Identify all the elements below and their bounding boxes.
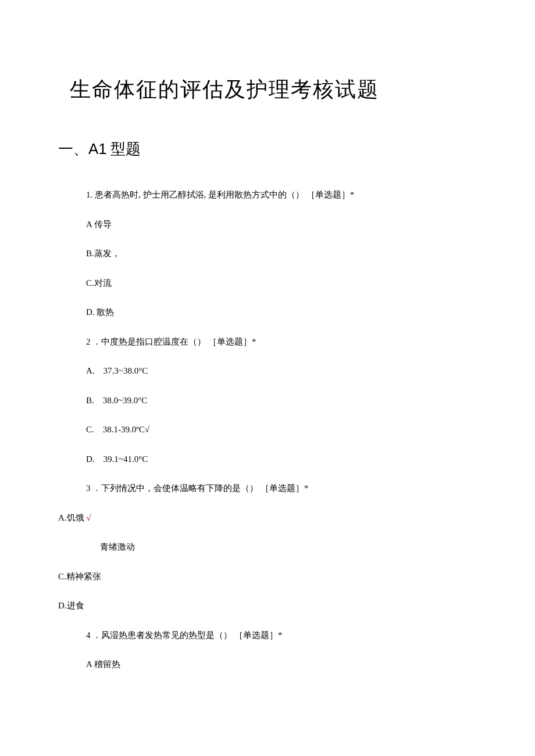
question-3: 3 ．下列情况中，会使体温略有下降的是（） ［单选题］*	[86, 482, 477, 495]
q3-option-a: A.饥饿 √	[58, 511, 477, 525]
q4-option-a: A 稽留热	[86, 658, 477, 671]
q2-option-d: D. 39.1~41.0°C	[86, 453, 477, 466]
q1-option-d: D. 散热	[86, 306, 477, 319]
section-type: A1	[88, 140, 107, 157]
q3-option-a-text: A.饥饿	[58, 513, 86, 522]
q3-option-d: D.进食	[58, 599, 477, 612]
question-2: 2 ．中度热是指口腔温度在（） ［单选题］*	[86, 335, 477, 349]
q2-option-c: C. 38.1-39.0ºC√	[86, 423, 477, 436]
section-header: 一、A1 型题	[58, 139, 477, 159]
checkmark-icon: √	[86, 513, 91, 522]
page-title: 生命体征的评估及护理考核试题	[70, 76, 477, 104]
q1-option-b: B.蒸发，	[86, 247, 477, 260]
q1-option-a: A 传导	[86, 218, 477, 231]
q3-option-b: 青绪激动	[100, 540, 477, 554]
section-suffix: 型题	[107, 141, 141, 157]
q2-option-a: A. 37.3~38.0°C	[86, 364, 477, 378]
section-prefix: 一、	[58, 141, 88, 157]
q1-option-c: C.对流	[86, 277, 477, 290]
question-1: 1. 患者高热时, 护士用乙醇拭浴, 是利用散热方式中的（） ［单选题］*	[86, 188, 477, 202]
q3-option-c: C.精神紧张	[58, 570, 477, 583]
question-4: 4 ．风湿热患者发热常见的热型是（） ［单选题］*	[86, 629, 477, 642]
q2-option-b: B. 38.0~39.0°C	[86, 394, 477, 407]
